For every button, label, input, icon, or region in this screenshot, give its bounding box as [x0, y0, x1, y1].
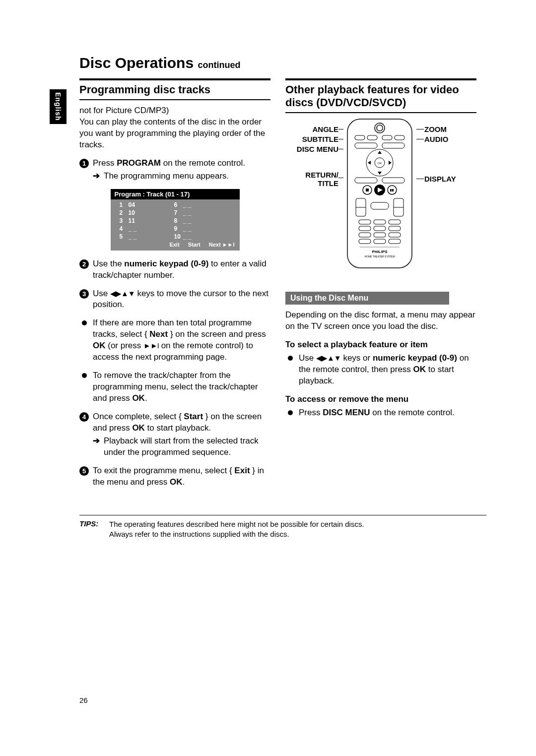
label-title: TITLE [305, 179, 338, 188]
page-number: 26 [79, 696, 88, 704]
text: Use the [93, 259, 124, 268]
bullet-remove: To remove the track/chapter from the pro… [79, 370, 270, 404]
bold: Exit [234, 466, 250, 475]
step-5: 5 To exit the programme menu, select { E… [79, 465, 270, 488]
bold: Next [149, 329, 168, 339]
label-audio: AUDIO [424, 135, 448, 143]
bold: OK [132, 423, 145, 433]
tips-line-2: Always refer to the instructions supplie… [109, 529, 364, 539]
step-3: 3 Use ◀▶▲▼ keys to move the cursor to th… [79, 288, 270, 311]
footer-start: Start [188, 242, 201, 248]
bullet-next-body: If there are more than ten total program… [93, 317, 270, 363]
result-arrow-icon: ➔ [93, 171, 100, 182]
n: 2 [120, 209, 129, 216]
remote-diagram: ANGLE SUBTITLE DISC MENU RETURN/ TITLE Z… [285, 118, 476, 282]
label-return: RETURN/ [305, 171, 338, 179]
subsection-using-disc-menu: Using the Disc Menu [285, 292, 449, 305]
text: } on the screen and press [168, 329, 266, 339]
label-display: DISPLAY [424, 175, 456, 183]
v: _ _ [183, 201, 192, 208]
program-header: Program : Track (01 - 17) [111, 189, 240, 199]
page-title-main: Disc Operations [79, 55, 194, 71]
right-column: Other playback features for video discs … [285, 78, 476, 495]
step-number-1-icon: 1 [79, 159, 89, 168]
v: _ _ [183, 225, 192, 232]
leader-line [338, 178, 343, 178]
v: _ _ [129, 233, 137, 240]
step-number-5-icon: 5 [79, 466, 89, 476]
n: 10 [174, 233, 183, 240]
n: 1 [120, 201, 129, 208]
bullet-remove-body: To remove the track/chapter from the pro… [93, 370, 270, 404]
text: on the remote control. [161, 158, 245, 168]
step-4-body: Once complete, select { Start } on the s… [93, 411, 270, 458]
text: To exit the programme menu, select { [93, 466, 234, 475]
page-title: Disc Operations continued [79, 55, 486, 71]
label-subtitle: SUBTITLE [302, 135, 338, 143]
bullet-icon [82, 320, 87, 325]
bold: OK [170, 477, 183, 487]
tips-body: The operating features described here mi… [109, 519, 364, 540]
footer-exit: Exit [169, 242, 179, 248]
bold: OK [413, 365, 426, 374]
text: Press [299, 408, 323, 417]
leader-line [338, 139, 343, 139]
next-key-icon: ►►I [143, 341, 159, 350]
direction-keys-icon: ◀▶▲▼ [110, 289, 135, 298]
v: _ _ [129, 225, 137, 232]
tips-label: TIPS: [79, 519, 104, 540]
text: . [182, 477, 185, 487]
section-heading-programming: Programming disc tracks [79, 83, 270, 96]
step-5-body: To exit the programme menu, select { Exi… [93, 465, 270, 488]
footer-next: Next ►►I [209, 242, 235, 248]
text: To remove the track/chapter from the pro… [93, 371, 258, 403]
leader-line [416, 139, 424, 139]
page-title-suffix: continued [198, 60, 240, 70]
rule-thick [285, 78, 476, 80]
section-heading-other: Other playback features for video discs … [285, 83, 476, 109]
n: 9 [174, 225, 183, 232]
svg-text:PHILIPS: PHILIPS [372, 250, 388, 254]
tips-line-1: The operating features described here mi… [109, 519, 364, 529]
text: on the remote control. [370, 408, 455, 417]
program-col-left: 104 210 311 4_ _ 5_ _ [120, 201, 174, 241]
text: keys or [341, 353, 373, 363]
step-1: 1 Press PROGRAM on the remote control. ➔… [79, 158, 270, 182]
bullet-access: Press DISC MENU on the remote control. [285, 407, 476, 419]
svg-text:OK: OK [378, 162, 382, 165]
bold: numeric keypad (0-9) [124, 259, 208, 268]
tips-footer: TIPS: The operating features described h… [79, 515, 486, 540]
result-arrow-icon: ➔ [93, 436, 100, 458]
bullet-icon [288, 410, 293, 415]
label-disc-menu: DISC MENU [297, 145, 338, 153]
bullet-next: If there are more than ten total program… [79, 317, 270, 363]
v: 10 [129, 209, 135, 216]
bold: OK [93, 341, 106, 350]
program-footer: Exit Start Next ►►I [111, 241, 240, 249]
access-heading: To access or remove the menu [285, 394, 408, 404]
bullet-select-body: Use ◀▶▲▼ keys or numeric keypad (0-9) on… [299, 353, 476, 387]
label-angle: ANGLE [313, 125, 339, 133]
v: 11 [129, 217, 135, 224]
text: Use [299, 353, 316, 363]
bold: OK [132, 393, 145, 403]
step-3-body: Use ◀▶▲▼ keys to move the cursor to the … [93, 288, 270, 311]
n: 6 [174, 201, 183, 208]
direction-keys-icon: ◀▶▲▼ [316, 354, 341, 362]
svg-rect-22 [366, 189, 369, 191]
step-1-body: Press PROGRAM on the remote control. ➔ T… [93, 158, 245, 182]
program-menu-screenshot: Program : Track (01 - 17) 104 210 311 4_… [111, 189, 240, 251]
step-1-result: The programming menu appears. [104, 171, 229, 182]
rule-thin [79, 99, 270, 100]
select-heading: To select a playback feature or item [285, 340, 428, 349]
step-4: 4 Once complete, select { Start } on the… [79, 411, 270, 458]
v: 04 [129, 201, 135, 208]
text: Once complete, select { [93, 412, 184, 421]
bold: Start [184, 412, 203, 421]
program-col-right: 6_ _ 7_ _ 8_ _ 9_ _ 10_ _ [174, 201, 229, 241]
n: 4 [120, 225, 129, 232]
rule-thin [285, 112, 476, 113]
leader-line [338, 149, 343, 149]
step-2-body: Use the numeric keypad (0-9) to enter a … [93, 258, 270, 281]
programming-note: not for Picture CD/MP3) [79, 106, 169, 115]
